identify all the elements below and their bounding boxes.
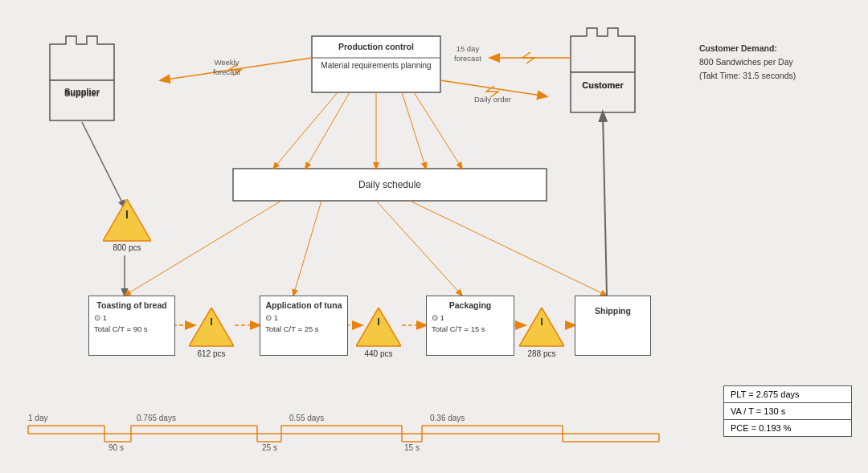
packaging-metric2: Total C/T = 15 s bbox=[427, 324, 514, 334]
svg-line-22 bbox=[603, 112, 607, 296]
daily-schedule-label: Daily schedule bbox=[233, 169, 547, 201]
process-tuna: Application of tuna ⊙ 1 Total C/T = 25 s bbox=[260, 296, 348, 356]
production-control-label: Production control bbox=[312, 39, 440, 51]
inv3-pcs: 288 pcs bbox=[519, 349, 564, 358]
process-toasting: Toasting of bread ⊙ 1 Total C/T = 90 s bbox=[88, 296, 175, 356]
inventory-3: I 288 pcs bbox=[519, 308, 564, 358]
timeline-0765: 0.765 days bbox=[137, 414, 176, 422]
svg-line-8 bbox=[305, 92, 350, 169]
inventory-2: I 440 pcs bbox=[356, 308, 401, 358]
shipping-label: Shipping bbox=[575, 296, 650, 317]
toasting-label: Toasting of bread bbox=[89, 296, 174, 312]
supplier-factory-label: Supplier bbox=[50, 87, 114, 96]
inv1-pcs: 612 pcs bbox=[189, 349, 234, 358]
pce-stat: PCE = 0.193 % bbox=[724, 420, 851, 436]
timeline-25s: 25 s bbox=[262, 443, 277, 452]
svg-text:I: I bbox=[377, 316, 380, 328]
inventory-1: I 612 pcs bbox=[189, 308, 234, 358]
va-stat: VA / T = 130 s bbox=[724, 403, 851, 420]
demand-takt: (Takt Time: 31.5 seconds) bbox=[699, 71, 796, 80]
svg-line-10 bbox=[402, 92, 426, 169]
tuna-metric1: ⊙ 1 bbox=[260, 312, 347, 324]
diagram-container: Supplier Customer Customer Demand: 800 S… bbox=[0, 0, 868, 473]
inv2-pcs: 440 pcs bbox=[356, 349, 401, 358]
svg-text:I: I bbox=[540, 316, 543, 328]
svg-line-5 bbox=[82, 122, 125, 207]
toasting-metric2: Total C/T = 90 s bbox=[89, 324, 174, 334]
demand-detail: 800 Sandwiches per Day bbox=[699, 57, 793, 67]
customer-factory bbox=[571, 28, 635, 112]
svg-line-11 bbox=[414, 92, 462, 169]
process-shipping: Shipping bbox=[575, 296, 651, 356]
timeline-055: 0.55 days bbox=[289, 414, 324, 422]
inv-supplier-pcs: 800 pcs bbox=[103, 243, 151, 252]
timeline-036: 0.36 days bbox=[430, 414, 465, 422]
demand-title: Customer Demand: bbox=[699, 43, 777, 53]
svg-line-15 bbox=[410, 201, 607, 296]
inventory-supplier: I 800 pcs bbox=[103, 199, 151, 252]
packaging-metric1: ⊙ 1 bbox=[427, 312, 514, 324]
plt-stat: PLT = 2.675 days bbox=[724, 386, 851, 403]
timeline-1day: 1 day bbox=[28, 414, 47, 422]
stats-box: PLT = 2.675 days VA / T = 130 s PCE = 0.… bbox=[723, 385, 852, 437]
packaging-label: Packaging bbox=[427, 296, 514, 312]
weekly-forecast-label: Weeklyforecast bbox=[213, 58, 240, 78]
customer-demand: Customer Demand: 800 Sandwiches per Day … bbox=[699, 42, 796, 82]
svg-text:I: I bbox=[125, 208, 129, 221]
tuna-metric2: Total C/T = 25 s bbox=[260, 324, 347, 334]
toasting-metric1: ⊙ 1 bbox=[89, 312, 174, 324]
tuna-label: Application of tuna bbox=[260, 296, 347, 312]
customer-factory-label: Customer bbox=[571, 80, 635, 90]
supplier-factory bbox=[50, 36, 114, 120]
timeline-90s: 90 s bbox=[108, 443, 124, 452]
day15-forecast-label: 15 dayforecast bbox=[454, 44, 481, 64]
daily-order-label: Daily order bbox=[474, 95, 511, 104]
svg-text:I: I bbox=[210, 316, 213, 328]
production-control-sublabel: Material requirements planning bbox=[312, 60, 440, 71]
svg-rect-3 bbox=[571, 72, 635, 112]
process-packaging: Packaging ⊙ 1 Total C/T = 15 s bbox=[426, 296, 514, 356]
timeline-15s: 15 s bbox=[404, 443, 420, 452]
svg-line-7 bbox=[273, 92, 338, 169]
svg-line-13 bbox=[293, 201, 321, 296]
svg-line-14 bbox=[376, 201, 462, 296]
